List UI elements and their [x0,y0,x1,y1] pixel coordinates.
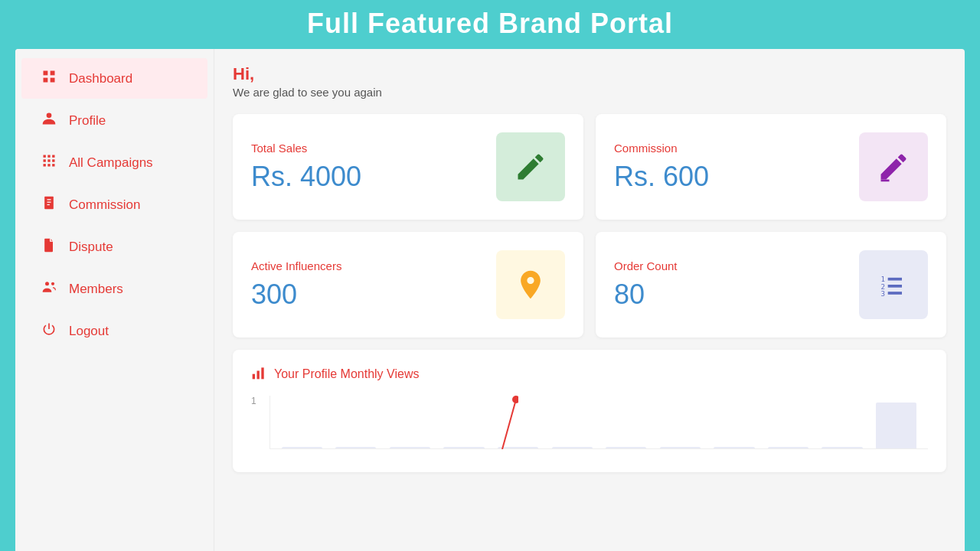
stat-value-total-sales: Rs. 4000 [251,161,361,193]
chart-bar-col [276,396,328,448]
svg-rect-3 [51,78,55,83]
chart-bar [498,447,538,448]
greeting-hi: Hi, [233,64,946,84]
svg-point-18 [45,282,49,285]
stat-value-commission: Rs. 600 [614,161,709,193]
sidebar-label-profile: Profile [69,113,106,129]
chart-bar-col [492,396,544,448]
svg-text:3: 3 [881,289,886,298]
stat-card-active-influencers: Active Influencers 300 [233,232,583,337]
chart-bars [270,396,928,449]
stat-icon-total-sales [496,132,565,201]
chart-y-label: 1 [251,396,256,406]
svg-rect-5 [44,155,46,158]
stat-value-active-influencers: 300 [251,279,341,311]
chart-bar [714,447,754,448]
grid-icon [40,69,58,88]
chart-bar [876,403,916,448]
chart-bar-icon [251,365,266,383]
stat-label-order-count: Order Count [614,259,678,272]
chart-bar [660,447,701,448]
svg-rect-29 [261,367,263,379]
page-title: Full Featured Brand Portal [0,8,980,40]
sidebar-item-profile[interactable]: Profile [21,100,207,141]
sidebar-label-dispute: Dispute [69,240,113,255]
chart-bar [606,447,646,448]
stat-value-order-count: 80 [614,279,678,311]
svg-rect-27 [253,374,255,380]
main-container: Dashboard Profile All Campaigns Commissi… [15,49,965,551]
svg-rect-13 [52,164,54,166]
svg-rect-2 [44,78,48,83]
people-icon [40,279,58,298]
chart-bar-col [331,396,382,448]
stat-info-commission: Commission Rs. 600 [614,142,709,193]
svg-rect-8 [44,159,46,161]
chart-bar-col [763,396,814,448]
chart-bar-col [871,396,922,448]
chart-bar-col [384,396,436,448]
sidebar-label-dashboard: Dashboard [69,71,132,86]
svg-rect-0 [44,71,48,76]
main-content: Hi, We are glad to see you again Total S… [214,49,965,551]
svg-rect-6 [47,155,50,158]
sidebar-label-commission: Commission [69,197,141,213]
user-icon [40,111,58,130]
svg-rect-28 [257,371,260,380]
chart-section: Your Profile Monthly Views 1 [233,350,946,472]
svg-point-19 [51,282,54,285]
sidebar-item-members[interactable]: Members [21,269,207,309]
sidebar-label-members: Members [69,282,123,297]
svg-rect-14 [44,197,54,210]
stat-label-total-sales: Total Sales [251,142,361,155]
chart-bar-col [709,396,760,448]
chart-title: Your Profile Monthly Views [251,365,928,383]
stat-icon-active-influencers [496,250,565,319]
stat-card-total-sales: Total Sales Rs. 4000 [233,114,583,220]
apps-icon [40,153,58,172]
chart-bar [390,447,430,448]
svg-rect-24 [888,285,902,288]
chart-bar-col [547,396,598,448]
sidebar-item-dashboard[interactable]: Dashboard [21,58,207,99]
sidebar-label-all-campaigns: All Campaigns [69,155,153,171]
top-header: Full Featured Brand Portal [0,0,980,49]
svg-rect-22 [888,278,902,281]
file-icon [40,237,58,256]
chart-bar [282,447,322,448]
power-icon [40,321,58,341]
chart-bar [552,447,593,448]
svg-rect-7 [52,155,54,158]
sidebar-item-commission[interactable]: Commission [21,184,207,225]
stat-info-order-count: Order Count 80 [614,259,678,311]
chart-bar-col [600,396,652,448]
sidebar-item-dispute[interactable]: Dispute [21,227,207,267]
svg-rect-10 [52,159,54,161]
greeting-subtitle: We are glad to see you again [233,86,946,99]
chart-bar-col [655,396,706,448]
stat-info-active-influencers: Active Influencers 300 [251,259,341,311]
chart-bar-col [439,396,490,448]
stat-icon-commission [859,132,928,201]
svg-rect-12 [47,164,50,166]
chart-container: 1 [251,396,928,457]
stat-label-active-influencers: Active Influencers [251,259,341,272]
stat-icon-order-count: 123 [859,250,928,319]
svg-rect-11 [44,164,46,166]
stats-grid: Total Sales Rs. 4000 Commission Rs. 600 … [233,114,946,337]
stat-label-commission: Commission [614,142,709,155]
stat-info-total-sales: Total Sales Rs. 4000 [251,142,361,193]
sidebar: Dashboard Profile All Campaigns Commissi… [15,49,214,551]
sidebar-item-all-campaigns[interactable]: All Campaigns [21,142,207,183]
chart-bar [822,447,862,448]
chart-bar [335,447,376,448]
chart-bar [443,447,484,448]
svg-point-4 [47,113,52,119]
sidebar-label-logout: Logout [69,324,109,339]
stat-card-commission: Commission Rs. 600 [596,114,946,220]
stat-card-order-count: Order Count 80 123 [596,232,946,337]
sidebar-item-logout[interactable]: Logout [21,311,207,351]
chart-bar [768,447,808,448]
svg-rect-26 [888,292,902,295]
svg-rect-20 [881,180,890,182]
